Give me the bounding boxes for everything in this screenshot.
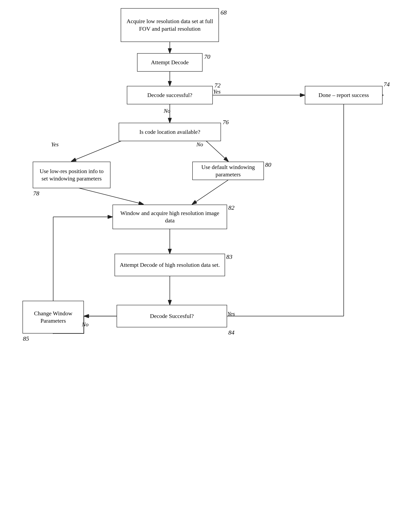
box-82: Window and acquire high resolution image… [112, 204, 227, 229]
arrows-svg [0, 0, 420, 507]
box-78: Use low-res position info to set windowi… [33, 162, 111, 188]
ref-70: 70 [204, 53, 210, 60]
ref-78: 78 [33, 190, 39, 197]
svg-line-7 [72, 186, 143, 204]
box-83: Attempt Decode of high resolution data s… [115, 254, 225, 276]
ref-72: 72 [214, 82, 221, 89]
ref-74: 74 [384, 81, 390, 88]
label-yes-84: Yes [227, 310, 235, 317]
label-yes-72: Yes [213, 88, 221, 95]
box-84: Decode Succesful? [117, 305, 227, 327]
box-76: Is code location available? [119, 123, 221, 141]
ref-68: 68 [221, 9, 227, 16]
flowchart-diagram: Acquire low resolution data set at full … [0, 0, 420, 507]
box-70: Attempt Decode [137, 53, 203, 72]
ref-82: 82 [228, 204, 234, 211]
label-yes-76: Yes [51, 141, 58, 148]
ref-85: 85 [23, 335, 29, 342]
box-80: Use default windowing parameters [192, 162, 264, 180]
box-68: Acquire low resolution data set at full … [121, 8, 219, 42]
box-72: Decode successful? [127, 86, 213, 104]
ref-80: 80 [265, 161, 271, 168]
ref-84: 84 [228, 329, 234, 336]
label-no-84: No [82, 321, 89, 328]
label-no-72: No [164, 108, 170, 114]
ref-83: 83 [226, 253, 232, 260]
box-85: Change Window Parameters [22, 301, 84, 333]
svg-line-8 [192, 180, 228, 204]
box-74: Done – report success [305, 86, 383, 104]
label-no-76: No [196, 141, 203, 148]
ref-76: 76 [223, 119, 229, 126]
